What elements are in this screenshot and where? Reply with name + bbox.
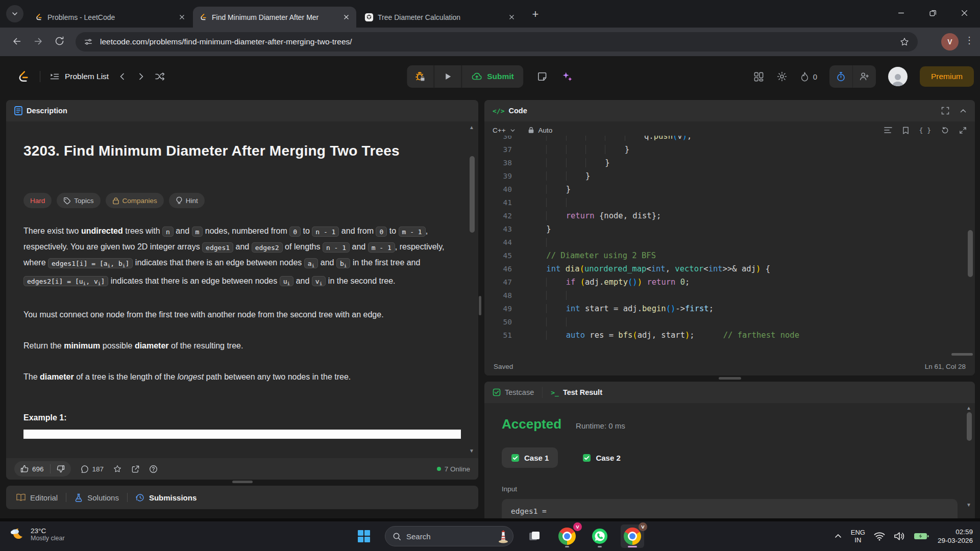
- timer-button[interactable]: [829, 65, 852, 88]
- weather-widget[interactable]: 23°C Mostly clear: [8, 525, 65, 543]
- topics-badge[interactable]: Topics: [57, 193, 100, 208]
- task-view-button[interactable]: [523, 524, 546, 548]
- companies-badge[interactable]: Companies: [106, 193, 164, 208]
- tag-icon: [63, 197, 71, 205]
- input-value-box[interactable]: edges1 =: [502, 499, 958, 518]
- volume-icon[interactable]: [894, 532, 905, 541]
- description-tab-label[interactable]: Description: [27, 107, 67, 115]
- code-tab-label[interactable]: Code: [508, 107, 527, 115]
- tab-submissions[interactable]: Submissions: [136, 493, 197, 502]
- settings-gear-icon[interactable]: [776, 71, 788, 82]
- panel-resize-handle[interactable]: [719, 377, 741, 380]
- tab-solutions[interactable]: Solutions: [75, 493, 119, 502]
- forward-icon[interactable]: [33, 36, 44, 47]
- case-check-icon: [511, 454, 520, 462]
- auto-toggle[interactable]: Auto: [538, 127, 553, 134]
- like-button[interactable]: 696: [14, 461, 50, 477]
- editor-scrollbar[interactable]: [968, 230, 973, 277]
- browser-tabstrip: Problems - LeetCode Find Minimum Diamete…: [0, 0, 980, 28]
- dislike-button[interactable]: [51, 461, 71, 477]
- tab-problems[interactable]: Problems - LeetCode: [29, 7, 192, 28]
- comments-button[interactable]: 187: [80, 465, 104, 473]
- premium-button[interactable]: Premium: [920, 66, 974, 87]
- bookmark-star-icon[interactable]: [899, 37, 910, 47]
- difficulty-badge[interactable]: Hard: [23, 193, 52, 208]
- notes-icon[interactable]: [536, 71, 548, 82]
- scroll-up-arrow[interactable]: ▲: [469, 124, 474, 130]
- browser-menu-icon[interactable]: ⋮: [965, 35, 974, 46]
- editor-hscrollbar[interactable]: [951, 353, 973, 356]
- tray-chevron-icon[interactable]: [834, 532, 842, 540]
- site-info-icon[interactable]: [84, 37, 93, 46]
- prev-problem-button[interactable]: [118, 72, 127, 81]
- hint-badge[interactable]: Hint: [169, 193, 205, 208]
- search-highlight-lighthouse-icon: [497, 529, 510, 544]
- restore-button[interactable]: [917, 0, 948, 26]
- chrome-profile2-button[interactable]: V: [621, 524, 644, 548]
- favorite-button[interactable]: [113, 464, 122, 473]
- tab-tree-diameter[interactable]: Tree Diameter Calculation: [358, 7, 522, 28]
- tab-close-icon[interactable]: [340, 11, 352, 23]
- tab-close-icon[interactable]: [505, 11, 518, 23]
- collapse-chevron-icon[interactable]: [960, 107, 967, 114]
- help-button[interactable]: [149, 465, 158, 473]
- minimize-button[interactable]: [885, 0, 917, 26]
- streak-counter[interactable]: 0: [800, 71, 817, 82]
- format-icon[interactable]: [884, 127, 892, 134]
- braces-icon[interactable]: { }: [919, 127, 931, 134]
- close-button[interactable]: [948, 0, 980, 26]
- address-bar[interactable]: leetcode.com/problems/find-minimum-diame…: [76, 32, 918, 52]
- clock-widget[interactable]: 02:59 29-03-2026: [938, 528, 973, 545]
- user-avatar[interactable]: [888, 67, 908, 86]
- tab-editorial[interactable]: Editorial: [16, 493, 58, 502]
- bookmark-icon[interactable]: [902, 127, 909, 134]
- start-button[interactable]: [352, 524, 376, 548]
- horizontal-resize-handle[interactable]: [232, 481, 253, 483]
- browser-profile-avatar[interactable]: V: [941, 33, 959, 51]
- test-scrollbar[interactable]: [967, 412, 972, 441]
- description-panel-header: Description: [6, 100, 478, 121]
- tab-find-minimum-diameter[interactable]: Find Minimum Diameter After Mer: [193, 7, 356, 28]
- description-scrollbar[interactable]: [470, 156, 475, 233]
- code-editor[interactable]: 36 q.push(v);37 }38 }39 }40 }41 42 retur…: [484, 136, 967, 354]
- timer-group: [829, 65, 876, 88]
- case-2-button[interactable]: Case 2: [573, 447, 629, 468]
- chrome-profile1-button[interactable]: V: [555, 524, 579, 548]
- scroll-down-arrow[interactable]: ▼: [469, 448, 474, 454]
- leetcode-logo[interactable]: [16, 69, 31, 84]
- back-icon[interactable]: [11, 36, 22, 47]
- reset-icon[interactable]: [941, 127, 949, 134]
- layout-grid-icon[interactable]: [753, 71, 764, 82]
- language-indicator[interactable]: ENG IN: [851, 529, 865, 544]
- test-result-tab-label[interactable]: Test Result: [563, 388, 602, 396]
- next-problem-button[interactable]: [136, 72, 145, 81]
- testcase-tab-label[interactable]: Testcase: [505, 388, 534, 396]
- battery-icon[interactable]: [914, 532, 929, 540]
- share-button[interactable]: [131, 465, 140, 473]
- case-1-button[interactable]: Case 1: [502, 447, 558, 468]
- language-select[interactable]: C++: [493, 127, 506, 134]
- expand-icon[interactable]: [959, 127, 967, 134]
- window-controls: [885, 0, 980, 26]
- case-check-icon: [582, 454, 591, 462]
- new-tab-button[interactable]: +: [528, 7, 543, 22]
- taskbar-search[interactable]: Search: [385, 526, 513, 546]
- scroll-down-arrow[interactable]: ▼: [966, 502, 971, 508]
- vertical-resize-handle[interactable]: [479, 296, 481, 315]
- invite-button[interactable]: [853, 65, 876, 88]
- problem-list-button[interactable]: Problem List: [50, 71, 109, 82]
- scroll-up-arrow[interactable]: ▲: [966, 405, 971, 411]
- shuffle-button[interactable]: [155, 71, 165, 82]
- tab-search-button[interactable]: [6, 5, 23, 22]
- leetcode-favicon: [35, 13, 43, 21]
- fullscreen-icon[interactable]: [941, 107, 949, 115]
- reload-icon[interactable]: [54, 36, 65, 46]
- tab-close-icon[interactable]: [176, 11, 188, 23]
- debug-button[interactable]: [407, 65, 433, 88]
- ai-sparkles-icon[interactable]: [561, 70, 573, 83]
- whatsapp-button[interactable]: [588, 524, 611, 548]
- companies-label: Companies: [122, 197, 157, 205]
- wifi-icon[interactable]: [874, 532, 885, 541]
- submit-button[interactable]: Submit: [462, 65, 523, 88]
- run-button[interactable]: [434, 65, 461, 88]
